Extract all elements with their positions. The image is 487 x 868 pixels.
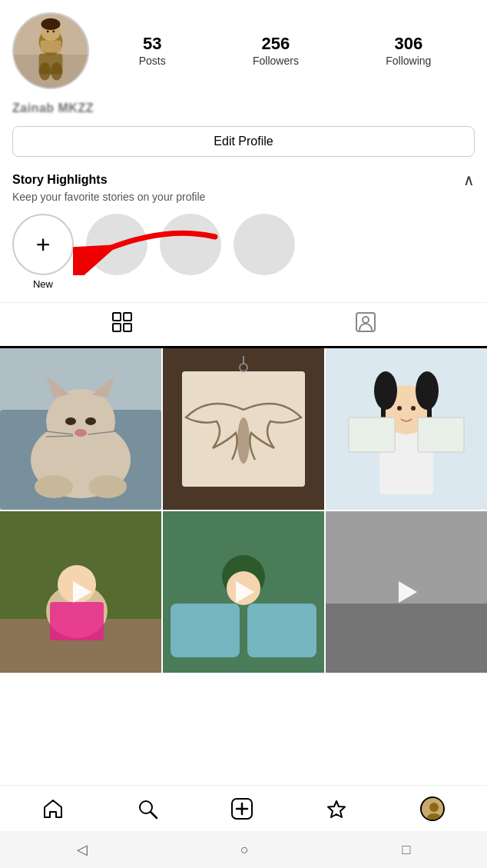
photo-cell-4[interactable]	[0, 511, 161, 673]
stats-row: 53 Posts 256 Followers 306 Following	[95, 35, 475, 67]
svg-point-7	[41, 18, 61, 30]
nav-search-button[interactable]	[137, 798, 158, 820]
username-area: Zainab MKZZ	[0, 98, 487, 123]
plus-icon: +	[36, 232, 51, 257]
android-recent-button[interactable]: □	[402, 842, 410, 858]
svg-rect-54	[50, 602, 104, 640]
svg-rect-57	[247, 604, 316, 657]
svg-point-17	[363, 317, 369, 323]
highlight-2[interactable]	[160, 214, 221, 275]
svg-point-44	[397, 406, 402, 411]
photo-cell-2[interactable]	[163, 348, 324, 510]
tab-grid[interactable]	[0, 303, 244, 348]
svg-rect-13	[124, 313, 131, 321]
svg-point-41	[416, 371, 439, 410]
svg-rect-56	[171, 604, 240, 657]
svg-point-24	[65, 417, 76, 425]
nav-activity-button[interactable]	[326, 798, 347, 820]
photo-cell-1[interactable]	[0, 348, 161, 510]
avatar[interactable]	[12, 12, 89, 89]
story-highlights-header: Story Highlights ∧	[0, 168, 487, 191]
svg-rect-48	[349, 417, 395, 452]
tab-bar	[0, 302, 487, 348]
svg-point-8	[47, 31, 49, 33]
svg-point-9	[52, 31, 55, 33]
person-tag-icon	[356, 312, 376, 337]
svg-point-68	[429, 803, 439, 812]
followers-count: 256	[262, 35, 290, 53]
svg-point-25	[85, 417, 96, 425]
svg-point-31	[88, 475, 127, 498]
story-highlights-subtitle: Keep your favorite stories on your profi…	[0, 191, 487, 214]
nav-add-button[interactable]	[231, 798, 253, 820]
photo-cell-6[interactable]	[326, 511, 487, 673]
posts-count: 53	[143, 35, 161, 53]
edit-profile-button[interactable]: Edit Profile	[12, 126, 475, 157]
story-circles-row: + New	[12, 214, 475, 290]
story-highlights-title: Story Highlights	[12, 173, 108, 187]
new-story-item[interactable]: + New	[12, 214, 74, 290]
svg-point-4	[39, 62, 51, 80]
followers-label: Followers	[253, 55, 299, 67]
chevron-up-icon[interactable]: ∧	[463, 171, 475, 189]
svg-rect-49	[418, 417, 464, 452]
play-overlay-6[interactable]	[393, 578, 420, 606]
svg-point-45	[411, 406, 416, 411]
svg-rect-12	[113, 313, 121, 321]
nav-profile-button[interactable]	[420, 796, 445, 821]
svg-point-26	[75, 429, 87, 437]
followers-stat[interactable]: 256 Followers	[253, 35, 299, 67]
following-label: Following	[386, 55, 431, 67]
photo-cell-5[interactable]	[163, 511, 324, 673]
play-icon-5	[236, 581, 254, 603]
svg-line-63	[151, 812, 157, 818]
svg-rect-10	[41, 41, 61, 52]
highlight-3[interactable]	[234, 214, 295, 275]
new-story-label: New	[33, 278, 53, 290]
svg-rect-14	[113, 324, 121, 331]
svg-rect-15	[124, 324, 131, 331]
bottom-nav	[0, 785, 487, 831]
following-count: 306	[394, 35, 422, 53]
tab-tagged[interactable]	[244, 303, 487, 348]
highlight-1[interactable]	[86, 214, 147, 275]
posts-stat[interactable]: 53 Posts	[139, 35, 166, 67]
photo-cell-3[interactable]	[326, 348, 487, 510]
play-overlay-5[interactable]	[230, 578, 257, 606]
posts-label: Posts	[139, 55, 166, 67]
android-back-button[interactable]: ◁	[77, 841, 88, 858]
story-circles-container: + New	[0, 214, 487, 296]
svg-point-34	[237, 417, 250, 464]
svg-rect-61	[326, 604, 487, 673]
svg-line-28	[46, 436, 73, 437]
svg-point-5	[51, 62, 62, 80]
highlight-circle-2[interactable]	[160, 214, 221, 275]
svg-point-40	[374, 371, 397, 410]
profile-header: 53 Posts 256 Followers 306 Following	[0, 0, 487, 98]
android-home-button[interactable]: ○	[240, 842, 249, 858]
username: Zainab MKZZ	[12, 101, 94, 115]
new-story-button[interactable]: +	[12, 214, 74, 275]
play-overlay-4[interactable]	[67, 578, 94, 606]
svg-point-30	[35, 475, 73, 498]
android-nav: ◁ ○ □	[0, 831, 487, 868]
play-icon-4	[73, 581, 91, 603]
photo-grid	[0, 348, 487, 673]
highlight-circle-3[interactable]	[234, 214, 295, 275]
grid-icon	[112, 312, 132, 337]
nav-home-button[interactable]	[42, 798, 64, 820]
following-stat[interactable]: 306 Following	[386, 35, 431, 67]
highlight-circle-1[interactable]	[86, 214, 147, 275]
svg-point-21	[46, 389, 115, 454]
spacer	[0, 296, 487, 302]
play-icon-6	[399, 581, 417, 603]
